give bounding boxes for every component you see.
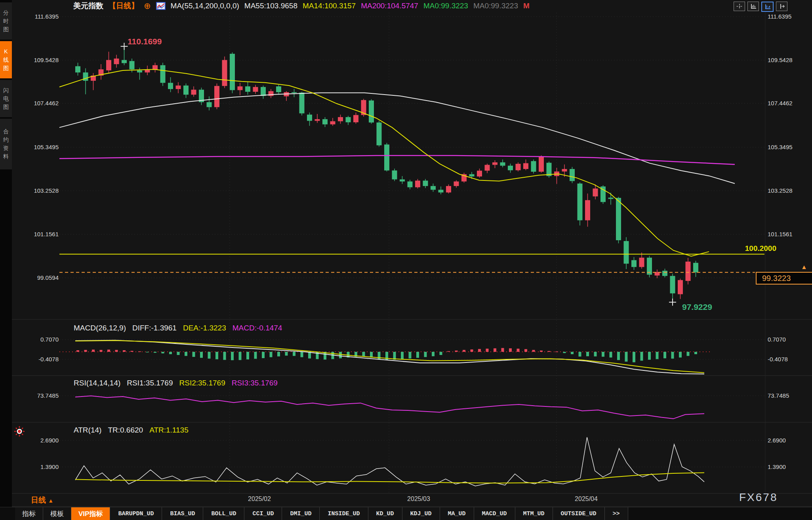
candle <box>492 162 497 165</box>
candle <box>531 161 536 172</box>
macd-bar <box>138 351 141 352</box>
mini-chart-icon <box>156 2 166 10</box>
toolbar-tab-mtm_ud[interactable]: MTM_UD <box>515 507 553 520</box>
ma14-value: MA14:100.3157 <box>303 2 356 10</box>
toolbar-tab-outside_ud[interactable]: OUTSIDE_UD <box>553 507 605 520</box>
candle <box>168 83 173 89</box>
atr-tr-value: TR:0.6620 <box>108 426 143 435</box>
macd-bar <box>671 352 674 359</box>
toolbar-tab-[interactable]: 模板 <box>43 507 71 520</box>
toolbar-tab-ma_ud[interactable]: MA_UD <box>440 507 474 520</box>
axis-label-right: 111.6395 <box>768 13 791 20</box>
macd-bar <box>532 350 535 352</box>
ma55-line <box>59 93 735 184</box>
macd-bar <box>579 352 581 357</box>
candle <box>454 182 459 186</box>
sidebar-item-2[interactable]: 闪电图 <box>0 80 12 117</box>
macd-bar <box>648 352 651 360</box>
toolbar-tab-boll_ud[interactable]: BOLL_UD <box>203 507 244 520</box>
macd-bar <box>524 349 527 352</box>
current-price-badge: 99.3223 <box>756 272 812 285</box>
ma0-value-green: MA0:99.3223 <box>423 2 468 10</box>
macd-bar <box>555 351 558 352</box>
sidebar-item-1[interactable]: K线图 <box>0 41 12 78</box>
ma55-value: MA55:103.9658 <box>244 2 297 10</box>
alarm-marker-icon[interactable] <box>13 425 26 438</box>
period-selector[interactable]: 日线 ▲ <box>31 495 53 505</box>
macd-bar <box>501 348 504 352</box>
axis-label-right: 109.5428 <box>768 57 793 63</box>
axis-label-right: 105.3495 <box>768 144 793 150</box>
axis-scale-tool-icon[interactable] <box>747 2 759 11</box>
candle <box>130 61 135 69</box>
chart-canvas <box>0 0 812 520</box>
candle <box>469 174 475 176</box>
candle <box>145 70 150 72</box>
macd-bar <box>494 348 496 352</box>
support-line-label: 100.2000 <box>697 244 776 253</box>
macd-bar <box>617 352 620 360</box>
macd-bar <box>231 352 234 360</box>
macd-bar <box>432 352 435 356</box>
toolbar-tab->>[interactable]: >> <box>605 507 628 520</box>
axis-label-right: -0.4078 <box>768 356 788 362</box>
sidebar-item-3[interactable]: 合约资料 <box>0 119 12 169</box>
axis-label-left: 111.6395 <box>33 13 59 20</box>
axis-label-left: 103.2528 <box>33 187 59 194</box>
toolbar-tab-kd_ud[interactable]: KD_UD <box>368 507 402 520</box>
candle <box>415 180 420 187</box>
crosshair-tool-icon[interactable] <box>734 2 745 11</box>
macd-bar <box>239 352 242 360</box>
toolbar-tab-dmi_ud[interactable]: DMI_UD <box>282 507 320 520</box>
macd-bar <box>586 352 589 356</box>
candle <box>160 65 166 83</box>
candle <box>662 271 667 276</box>
price-up-arrow-icon: ▲ <box>801 264 807 271</box>
period-tag[interactable]: 【日线】 <box>109 1 139 11</box>
axis-label-left: 73.7485 <box>33 392 59 399</box>
add-indicator-icon[interactable]: ⊕ <box>144 1 151 11</box>
macd-bar <box>262 352 265 358</box>
toolbar-tab-inside_ud[interactable]: INSIDE_UD <box>320 507 368 520</box>
toolbar-tab-vip[interactable]: VIP指标 <box>71 507 110 520</box>
atr-title: ATR(14) <box>74 426 101 435</box>
toolbar-tab-bias_ud[interactable]: BIAS_UD <box>162 507 203 520</box>
axis-scale-tool-active-icon[interactable] <box>761 2 774 12</box>
toolbar-tab-barupdn_ud[interactable]: BARUPDN_UD <box>110 507 162 520</box>
candle <box>307 115 312 121</box>
toolbar-tab-[interactable]: 指标 <box>15 507 43 520</box>
rsi-title: RSI(14,14,14) <box>74 379 120 387</box>
macd-macd-value: MACD:-0.1474 <box>233 324 282 332</box>
macd-bar <box>409 352 412 359</box>
candle <box>578 184 583 220</box>
atr-panel-header: ATR(14) TR:0.6620 ATR:1.1135 <box>74 426 189 435</box>
sidebar-item-0[interactable]: 分时图 <box>0 2 12 40</box>
candle <box>693 263 698 272</box>
axis-label-right: 1.3900 <box>768 463 786 470</box>
macd-bar <box>277 352 280 357</box>
toolbar-tab-macd_ud[interactable]: MACD_UD <box>474 507 515 520</box>
macd-bar <box>455 351 458 352</box>
atr-line <box>75 473 704 483</box>
candle <box>230 54 235 90</box>
trading-app-window: 分时图K线图闪电图合约资料 美元指数 【日线】 ⊕ MA(55,14,200,0… <box>0 0 812 520</box>
macd-bar <box>447 351 450 352</box>
axis-label-left: 2.6900 <box>33 437 59 444</box>
macd-dea-value: DEA:-1.3223 <box>183 324 226 332</box>
macd-bar <box>440 352 442 355</box>
toolbar-tab-cci_ud[interactable]: CCI_UD <box>244 507 282 520</box>
axis-label-right: 103.2528 <box>768 187 793 194</box>
axis-label-right: 0.7070 <box>768 336 786 343</box>
toolbar-tab-kdj_ud[interactable]: KDJ_UD <box>402 507 440 520</box>
sidebar-item-label: 闪电图 <box>3 86 9 111</box>
macd-bar <box>246 352 249 359</box>
candle <box>423 180 428 186</box>
macd-bar <box>223 352 226 360</box>
macd-bar <box>177 352 180 355</box>
candle <box>253 87 258 92</box>
macd-bar <box>656 352 659 359</box>
period-up-arrow-icon: ▲ <box>48 497 53 504</box>
shift-chart-tool-icon[interactable] <box>776 2 787 11</box>
macd-bar <box>185 352 187 356</box>
macd-bar <box>92 349 95 352</box>
